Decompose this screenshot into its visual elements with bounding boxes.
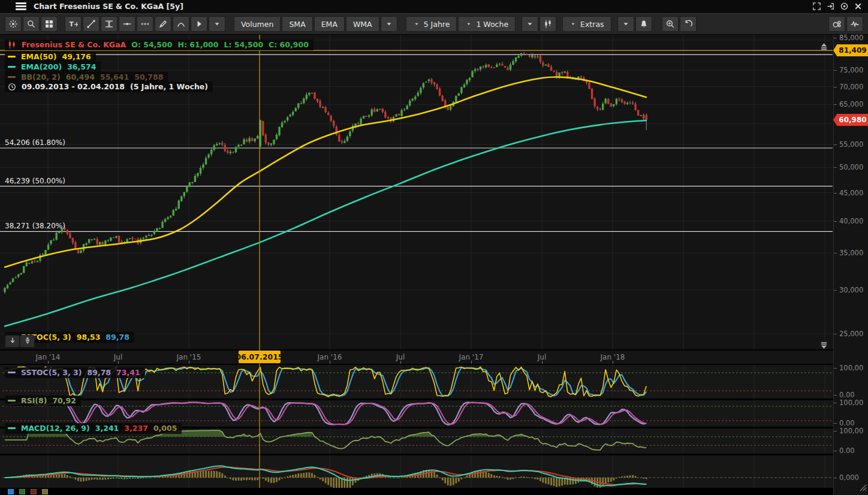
macd-swatch-icon — [8, 427, 16, 429]
sstoc-label: SSTOC(5, 3, 3) — [21, 368, 82, 377]
scroll-down-button[interactable] — [5, 335, 20, 348]
bb-lower-value: 50,788 — [134, 73, 163, 82]
ohlc-open: O: 54,500 — [131, 40, 172, 49]
ohlc-low: L: 54,500 — [224, 40, 264, 49]
clock-icon — [8, 83, 16, 91]
candlestick-icon — [8, 40, 16, 49]
status-square-1[interactable] — [19, 489, 25, 494]
undo-button[interactable] — [680, 16, 697, 32]
pointer-tool-button[interactable] — [191, 16, 207, 32]
bubbles-button[interactable] — [828, 16, 845, 32]
svg-text:T+: T+ — [70, 20, 79, 28]
ema50-value: 49,176 — [62, 52, 91, 61]
sstoc-swatch-icon — [8, 372, 16, 373]
application-window: Chart Fresenius SE & Co. KGaA [5y] T+Vol… — [0, 0, 868, 495]
status-square-3[interactable] — [42, 489, 48, 494]
resize-grip[interactable] — [858, 483, 867, 492]
status-square-2[interactable] — [31, 489, 37, 494]
ema50-legend[interactable]: EMA(50) 49,176 — [5, 52, 96, 62]
rsi-swatch-icon — [8, 400, 16, 402]
menu-icon[interactable] — [16, 2, 26, 11]
horizontal-line-tool-button[interactable] — [119, 16, 135, 32]
macd-value: 3,241 — [95, 424, 119, 433]
bb-label: BB(20, 2) — [21, 73, 61, 82]
fibonacci-tool-button[interactable] — [101, 16, 117, 32]
fstoc-d-value: 89,78 — [106, 333, 129, 342]
chart-style-dropdown[interactable] — [522, 16, 538, 32]
ohlc-high: H: 61,000 — [177, 40, 218, 49]
interval-dropdown[interactable]: 1 Woche — [458, 16, 516, 32]
bb-middle-value: 55,641 — [100, 73, 129, 82]
ema200-line — [5, 120, 646, 326]
arc-tool-button[interactable] — [173, 16, 189, 32]
range-interval-text: (5 Jahre, 1 Woche) — [130, 82, 208, 91]
title-bar: Chart Fresenius SE & Co. KGaA [5y] — [0, 0, 868, 13]
extras-dropdown[interactable]: Extras — [562, 16, 611, 32]
range-dropdown[interactable]: 5 Jahre — [406, 16, 457, 32]
sstoc-d-value: 73,41 — [116, 368, 140, 377]
fstoc-k-value: 98,53 — [77, 333, 101, 342]
status-square-0[interactable] — [8, 489, 14, 494]
toolbar-right-group — [828, 16, 864, 32]
freehand-tool-button[interactable] — [155, 16, 171, 32]
trendline-tool-button[interactable] — [83, 16, 100, 32]
instrument-legend[interactable]: Fresenius SE & Co. KGaA O: 54,500 H: 61,… — [5, 40, 314, 50]
text-tool-button[interactable]: T+ — [65, 16, 82, 32]
macd-hist-value: 0,005 — [153, 424, 177, 433]
ema200-swatch-icon — [8, 66, 16, 68]
indicator-panel-button[interactable] — [846, 16, 863, 32]
instrument-name: Fresenius SE & Co. KGaA — [22, 40, 126, 49]
axis-scroll-up-icon[interactable] — [819, 42, 829, 50]
dotted-line-tool-button[interactable] — [137, 16, 153, 32]
axis-scroll-down-icon[interactable] — [819, 341, 829, 349]
rsi-value: 70,92 — [52, 396, 76, 405]
indicators-dropdown[interactable] — [381, 16, 397, 32]
close-button-icon[interactable] — [854, 2, 863, 11]
layout-button[interactable] — [41, 16, 58, 32]
ema-button[interactable]: EMA — [314, 16, 345, 32]
rsi-label: RSI(8) — [21, 396, 47, 405]
macd-signal-value: 3,237 — [124, 424, 148, 433]
date-range-text: 09.09.2013 - 02.04.2018 — [22, 82, 125, 91]
ema200-legend[interactable]: EMA(200) 36,574 — [5, 62, 101, 73]
search-button[interactable] — [23, 16, 40, 32]
bb-swatch-icon — [8, 76, 16, 78]
date-range-legend: 09.09.2013 - 02.04.2018 (5 Jahre, 1 Woch… — [5, 82, 213, 92]
sstoc-legend[interactable]: SSTOC(5, 3, 3) 89,78 73,41 — [5, 367, 145, 378]
bb-upper-value: 60,494 — [66, 73, 95, 82]
settings-button[interactable] — [5, 16, 22, 32]
ema200-value: 36,574 — [67, 62, 96, 71]
ema50-label: EMA(50) — [21, 52, 56, 61]
record-button-icon[interactable] — [840, 2, 849, 11]
panel-expander-button[interactable] — [20, 335, 35, 348]
indicator-status-squares — [8, 489, 48, 494]
window-title: Chart Fresenius SE & Co. KGaA [5y] — [34, 2, 183, 11]
macd-label: MACD(12, 26, 9) — [21, 424, 90, 433]
macd-legend[interactable]: MACD(12, 26, 9) 3,241 3,237 0,005 — [5, 423, 182, 434]
chart-style-button[interactable] — [540, 16, 556, 32]
drawing-tools-dropdown[interactable] — [209, 16, 225, 32]
ohlc-close: C: 60,900 — [269, 40, 309, 49]
alerts-dropdown[interactable] — [617, 16, 634, 32]
ema50-line — [5, 77, 646, 267]
sstoc-k-value: 89,78 — [88, 368, 111, 377]
rsi-legend[interactable]: RSI(8) 70,92 — [5, 396, 81, 406]
sma-button[interactable]: SMA — [282, 16, 312, 32]
maximize-button-icon[interactable] — [812, 2, 822, 11]
volume-button[interactable]: Volumen — [234, 16, 281, 32]
alert-bell-button[interactable] — [635, 16, 652, 32]
zoom-in-button[interactable] — [662, 16, 679, 32]
gridlines — [0, 35, 833, 488]
ema200-label: EMA(200) — [21, 62, 62, 71]
toolbar: T+VolumenSMAEMAWMA5 Jahre1 WocheExtras — [0, 13, 868, 35]
ema50-swatch-icon — [8, 56, 16, 58]
wma-button[interactable]: WMA — [346, 16, 379, 32]
chart-area[interactable]: 80,000 (100.00%) Fresenius SE & Co. KGaA… — [0, 35, 868, 495]
window-controls — [812, 2, 863, 11]
detach-window-button-icon[interactable] — [826, 2, 836, 11]
sstoc-d-line — [5, 402, 646, 424]
